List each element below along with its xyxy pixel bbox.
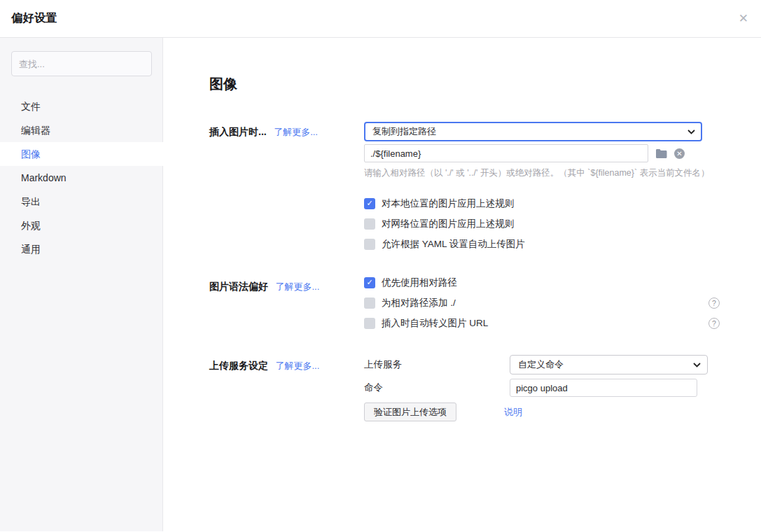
sidebar-item-editor[interactable]: 编辑器 [0,118,162,142]
window-title: 偏好设置 [11,11,57,26]
chevron-down-icon [693,363,701,368]
apply-network-rule-checkbox[interactable]: ✓ [364,218,375,230]
sidebar-item-appearance[interactable]: 外观 [0,214,162,237]
validate-row: 验证图片上传选项 说明 [364,402,708,421]
upload-service-row: 上传服务 自定义命令 [364,356,708,374]
page-title: 图像 [209,74,761,94]
upload-section-label: 上传服务设定 [209,360,268,371]
insert-learn-more-link[interactable]: 了解更多... [274,127,318,137]
sidebar-item-export[interactable]: 导出 [0,190,162,214]
command-row: 命令 [364,379,708,397]
command-input[interactable] [510,379,697,397]
apply-network-rule-row[interactable]: ✓ 对网络位置的图片应用上述规则 [364,218,710,230]
copy-path-input[interactable] [364,144,648,162]
escape-url-label: 插入时自动转义图片 URL [382,317,488,330]
insert-section-label: 插入图片时... [209,126,267,137]
chevron-down-icon [687,130,695,134]
insert-action-select[interactable]: 复制到指定路径 [364,122,702,141]
insert-image-section: 插入图片时... 了解更多... 复制到指定路径 ✕ [209,122,761,250]
close-icon[interactable]: ✕ [739,13,748,24]
add-dot-slash-checkbox[interactable]: ✓ [364,298,375,309]
prefer-relative-path-row[interactable]: ✓ 优先使用相对路径 [364,276,720,288]
yaml-auto-upload-checkbox[interactable]: ✓ [364,239,375,250]
search-input[interactable] [11,51,152,76]
command-label: 命令 [364,382,510,394]
add-dot-slash-row[interactable]: ✓ 为相对路径添加 ./ ? [364,297,720,309]
sidebar-item-image[interactable]: 图像 [0,142,163,166]
apply-local-rule-row[interactable]: ✓ 对本地位置的图片应用上述规则 [364,197,710,209]
yaml-auto-upload-row[interactable]: ✓ 允许根据 YAML 设置自动上传图片 [364,238,710,250]
sidebar: 文件 编辑器 图像 Markdown 导出 外观 通用 [0,38,163,531]
folder-browse-icon[interactable] [655,148,667,158]
path-hint-text: 请输入相对路径（以 './' 或 '../' 开头）或绝对路径。（其中 `${f… [364,167,710,179]
sidebar-item-general[interactable]: 通用 [0,237,162,261]
insert-action-select-value: 复制到指定路径 [372,125,436,138]
upload-help-link[interactable]: 说明 [504,406,522,419]
sidebar-item-file[interactable]: 文件 [0,94,162,118]
syntax-section-label: 图片语法偏好 [209,281,268,292]
help-icon[interactable]: ? [708,298,720,309]
apply-local-rule-label: 对本地位置的图片应用上述规则 [382,197,514,210]
escape-url-row[interactable]: ✓ 插入时自动转义图片 URL ? [364,317,720,329]
clear-path-icon[interactable]: ✕ [674,148,685,159]
yaml-auto-upload-label: 允许根据 YAML 设置自动上传图片 [382,238,525,251]
add-dot-slash-label: 为相对路径添加 ./ [382,297,456,309]
insert-checkbox-group: ✓ 对本地位置的图片应用上述规则 ✓ 对网络位置的图片应用上述规则 ✓ 允许根据… [364,197,710,250]
validate-upload-button[interactable]: 验证图片上传选项 [364,402,456,421]
apply-network-rule-label: 对网络位置的图片应用上述规则 [382,218,514,230]
image-settings-panel: 图像 插入图片时... 了解更多... 复制到指定路径 [163,38,761,531]
escape-url-checkbox[interactable]: ✓ [364,318,375,329]
upload-service-select-value: 自定义命令 [518,358,564,371]
apply-local-rule-checkbox[interactable]: ✓ [364,198,375,209]
sidebar-item-markdown[interactable]: Markdown [0,166,162,190]
help-icon[interactable]: ? [708,318,720,329]
prefer-relative-path-label: 优先使用相对路径 [382,276,457,289]
upload-learn-more-link[interactable]: 了解更多... [275,360,319,371]
upload-service-label: 上传服务 [364,358,510,371]
syntax-learn-more-link[interactable]: 了解更多... [275,281,319,292]
upload-service-select[interactable]: 自定义命令 [510,355,708,374]
titlebar: 偏好设置 ✕ [0,0,761,38]
image-syntax-section: 图片语法偏好 了解更多... ✓ 优先使用相对路径 ✓ 为相对路径添加 ./ ?… [209,276,761,329]
prefer-relative-path-checkbox[interactable]: ✓ [364,277,375,288]
sidebar-nav: 文件 编辑器 图像 Markdown 导出 外观 通用 [0,94,162,261]
upload-service-section: 上传服务设定 了解更多... 上传服务 自定义命令 命令 [209,356,761,421]
